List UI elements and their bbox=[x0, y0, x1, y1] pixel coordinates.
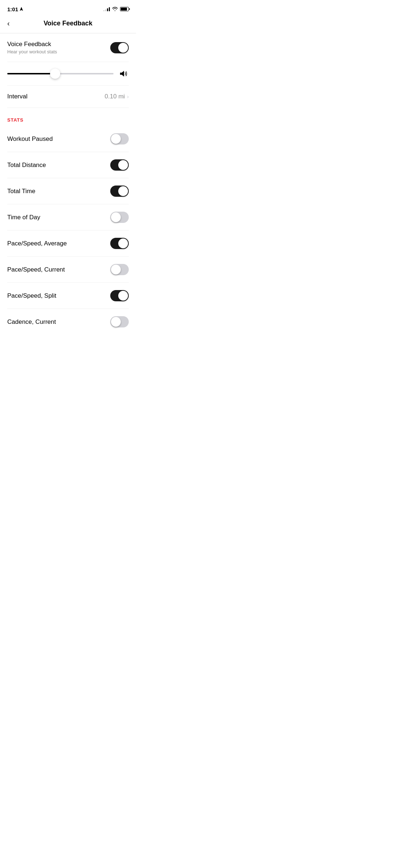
toggle-thumb bbox=[118, 43, 128, 53]
workout-paused-toggle[interactable] bbox=[110, 133, 129, 144]
toggle-thumb bbox=[118, 186, 128, 196]
pace-average-row: Pace/Speed, Average bbox=[7, 231, 129, 257]
time-of-day-toggle[interactable] bbox=[110, 212, 129, 223]
time-of-day-label: Time of Day bbox=[7, 214, 40, 221]
wifi-icon bbox=[112, 7, 118, 11]
slider-container bbox=[7, 68, 114, 80]
pace-current-label: Pace/Speed, Current bbox=[7, 266, 65, 273]
nav-header: ‹ Voice Feedback bbox=[0, 16, 136, 33]
toggle-thumb bbox=[111, 317, 121, 327]
interval-value: 0.10 mi bbox=[105, 93, 125, 100]
time-of-day-row: Time of Day bbox=[7, 204, 129, 231]
battery-icon bbox=[120, 7, 129, 11]
toggle-thumb bbox=[118, 291, 128, 301]
toggle-thumb bbox=[118, 239, 128, 248]
cadence-current-label: Cadence, Current bbox=[7, 318, 56, 326]
toggle-thumb bbox=[118, 160, 128, 170]
interval-value-group: 0.10 mi › bbox=[105, 93, 129, 100]
voice-feedback-label: Voice Feedback bbox=[7, 41, 57, 48]
total-distance-label: Total Distance bbox=[7, 162, 46, 169]
status-time: 1:01 bbox=[7, 6, 23, 12]
time-label: 1:01 bbox=[7, 6, 18, 12]
voice-feedback-row: Voice Feedback Hear your workout stats bbox=[7, 33, 129, 62]
slider-thumb[interactable] bbox=[50, 69, 60, 79]
toggle-thumb bbox=[111, 265, 121, 274]
interval-row[interactable]: Interval 0.10 mi › bbox=[7, 86, 129, 108]
back-button[interactable]: ‹ bbox=[7, 19, 10, 28]
page-title: Voice Feedback bbox=[44, 20, 92, 27]
stats-section-header: STATS bbox=[7, 108, 129, 126]
location-icon bbox=[20, 7, 23, 11]
workout-paused-row: Workout Paused bbox=[7, 126, 129, 152]
slider-track bbox=[7, 73, 114, 74]
stats-title: STATS bbox=[7, 117, 24, 123]
toggle-thumb bbox=[111, 212, 121, 222]
pace-split-label: Pace/Speed, Split bbox=[7, 292, 56, 299]
pace-split-toggle[interactable] bbox=[110, 290, 129, 301]
speaker-icon bbox=[119, 69, 129, 79]
voice-feedback-sublabel: Hear your workout stats bbox=[7, 49, 57, 54]
toggle-thumb bbox=[111, 134, 121, 144]
total-time-toggle[interactable] bbox=[110, 186, 129, 197]
pace-average-label: Pace/Speed, Average bbox=[7, 240, 67, 247]
main-content: Voice Feedback Hear your workout stats bbox=[0, 33, 136, 335]
pace-split-row: Pace/Speed, Split bbox=[7, 283, 129, 309]
slider-fill bbox=[7, 73, 55, 74]
volume-slider-row bbox=[7, 62, 129, 86]
svg-rect-0 bbox=[120, 73, 122, 75]
cadence-current-toggle[interactable] bbox=[110, 316, 129, 327]
pace-current-toggle[interactable] bbox=[110, 264, 129, 275]
signal-icon bbox=[103, 7, 110, 11]
total-distance-toggle[interactable] bbox=[110, 159, 129, 171]
pace-current-row: Pace/Speed, Current bbox=[7, 257, 129, 283]
voice-feedback-toggle[interactable] bbox=[110, 42, 129, 53]
interval-label: Interval bbox=[7, 93, 28, 100]
status-icons bbox=[103, 7, 129, 11]
voice-feedback-label-group: Voice Feedback Hear your workout stats bbox=[7, 41, 57, 54]
chevron-icon: › bbox=[127, 94, 129, 99]
total-time-row: Total Time bbox=[7, 178, 129, 204]
total-time-label: Total Time bbox=[7, 188, 35, 195]
workout-paused-label: Workout Paused bbox=[7, 135, 53, 143]
status-bar: 1:01 bbox=[0, 0, 136, 16]
pace-average-toggle[interactable] bbox=[110, 238, 129, 249]
cadence-current-row: Cadence, Current bbox=[7, 309, 129, 335]
total-distance-row: Total Distance bbox=[7, 152, 129, 178]
